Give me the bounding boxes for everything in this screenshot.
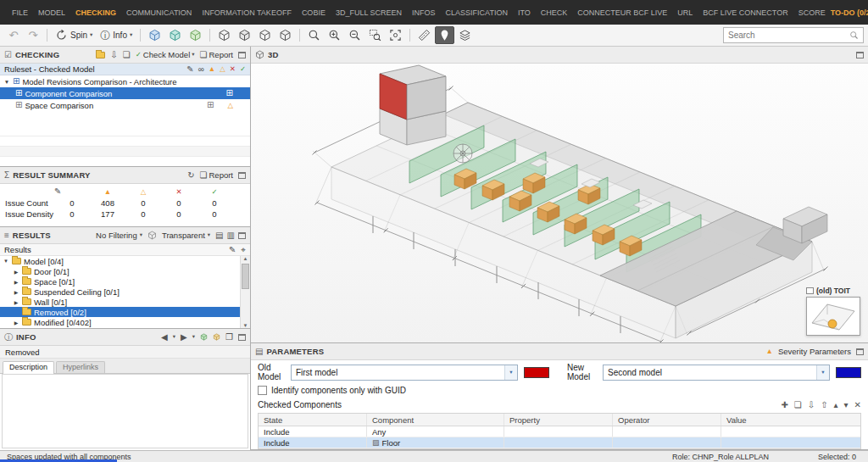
edit-pencil-icon[interactable]: ✎	[186, 65, 193, 74]
import-icon[interactable]: ⇩	[808, 400, 815, 409]
menu-check[interactable]: CHECK	[536, 8, 573, 17]
hide-component-button[interactable]	[235, 26, 254, 44]
menu-3d-full-screen[interactable]: 3D_FULL SCREEN	[331, 8, 407, 17]
saved-view-thumbnail[interactable]	[806, 297, 860, 336]
new-model-color-swatch[interactable]	[836, 367, 861, 378]
float-panel-icon[interactable]	[238, 334, 246, 341]
results-filter-dropdown[interactable]: No Filtering▾	[94, 231, 144, 240]
float-panel-icon[interactable]	[238, 232, 246, 239]
list-view-icon[interactable]: ▤	[215, 231, 223, 240]
view-3d-canvas[interactable]: (old) TOIT	[251, 64, 868, 342]
menu-file[interactable]: FILE	[7, 8, 33, 17]
zoom-out-button[interactable]	[345, 26, 364, 44]
color-by-system-button[interactable]	[186, 26, 205, 44]
results-transparency-dropdown[interactable]: Transparent▾	[160, 231, 212, 240]
float-panel-icon[interactable]	[856, 52, 864, 58]
component-row-any[interactable]: Include Any	[259, 426, 860, 437]
scroll-down-icon[interactable]: ▼	[241, 323, 250, 328]
menu-bcf-live-connector[interactable]: BCF LIVE CONNECTOR	[698, 8, 793, 17]
rule-row-component-comparison[interactable]: ⊞ Component Comparison ⊞	[0, 87, 250, 99]
menu-todo[interactable]: TO-DO (0/2)	[831, 8, 868, 17]
results-row-door[interactable]: ▶ Door [0/1]	[0, 266, 240, 276]
expand-icon[interactable]: ▶	[13, 289, 19, 295]
check-model-button[interactable]: ✓Check Model▾	[136, 51, 195, 59]
color-by-component-button[interactable]	[145, 26, 164, 44]
expand-icon[interactable]: ▶	[13, 299, 19, 305]
rule-group-row[interactable]: ▼ ⊞ Model Revisions Comparison - Archite…	[0, 75, 250, 87]
menu-connecteur-bcf-live[interactable]: CONNECTEUR BCF LIVE	[572, 8, 672, 17]
dropdown-caret-icon[interactable]: ▾	[192, 334, 195, 340]
results-row-wall[interactable]: ▶ Wall [0/1]	[0, 297, 240, 307]
open-ruleset-icon[interactable]	[96, 52, 105, 58]
menu-communication[interactable]: COMMUNICATION	[121, 8, 197, 17]
prev-item-button[interactable]: ◀	[161, 333, 168, 342]
camera-view-icon[interactable]: ⌖	[241, 246, 246, 254]
menu-cobie[interactable]: COBIE	[297, 8, 331, 17]
section-box-button[interactable]	[255, 26, 275, 44]
export-icon[interactable]: ⇩	[110, 51, 117, 59]
menu-infos[interactable]: INFOS	[407, 8, 441, 17]
menu-score[interactable]: SCORE	[793, 8, 831, 17]
expand-icon[interactable]: ▼	[3, 79, 10, 85]
green-cube-icon[interactable]	[200, 333, 208, 341]
view-all-button[interactable]	[214, 26, 234, 44]
scroll-up-icon[interactable]: ▲	[241, 256, 250, 261]
info-tool-button[interactable]: ⓘInfo▾	[97, 26, 136, 44]
duplicate-row-icon[interactable]: ❏	[794, 400, 802, 409]
new-model-select[interactable]: Second model ▾	[603, 365, 830, 381]
float-panel-icon[interactable]	[238, 172, 246, 179]
measure-button[interactable]	[415, 26, 434, 44]
summary-report-button[interactable]: ❏Report	[200, 171, 233, 180]
refresh-icon[interactable]: ↻	[187, 171, 194, 180]
menu-url[interactable]: URL	[672, 8, 698, 17]
delete-row-icon[interactable]: ✕	[854, 400, 861, 409]
dropdown-caret-icon[interactable]: ▾	[173, 334, 175, 340]
copy-icon[interactable]: ❐	[225, 333, 233, 342]
move-down-icon[interactable]: ▾	[844, 400, 849, 409]
zoom-fit-button[interactable]	[386, 26, 405, 44]
menu-classification[interactable]: CLASSIFICATION	[441, 8, 513, 17]
info-description-content[interactable]	[2, 374, 248, 448]
old-model-color-swatch[interactable]	[524, 367, 549, 378]
saved-view-inset[interactable]: (old) TOIT	[806, 287, 860, 336]
results-scrollbar[interactable]: ▲ ▼	[240, 256, 250, 328]
add-row-icon[interactable]: ✚	[781, 400, 787, 409]
expand-icon[interactable]: ▶	[13, 279, 19, 285]
markup-pin-button[interactable]	[435, 26, 454, 44]
link-icon[interactable]: ∞	[198, 65, 204, 74]
spin-button[interactable]: Spin▾	[52, 26, 96, 44]
edit-pencil-icon[interactable]: ✎	[229, 246, 236, 254]
tab-description[interactable]: Description	[3, 361, 54, 374]
redo-button[interactable]: ↷	[24, 26, 42, 44]
float-panel-icon[interactable]	[856, 348, 864, 355]
orange-cube-icon[interactable]	[213, 333, 220, 341]
next-item-button[interactable]: ▶	[181, 333, 187, 342]
search-input[interactable]	[728, 31, 846, 40]
detail-view-icon[interactable]: ▥	[227, 231, 235, 240]
zoom-in-button[interactable]	[325, 26, 344, 44]
layers-button[interactable]	[455, 26, 475, 44]
undo-button[interactable]: ↶	[4, 26, 23, 44]
expand-icon[interactable]: ▶	[13, 320, 19, 326]
results-row-model[interactable]: ▼ Model [0/4]	[0, 256, 240, 266]
print-icon[interactable]: ❏	[123, 51, 131, 59]
tab-hyperlinks[interactable]: Hyperlinks	[56, 361, 105, 373]
scrollbar-thumb[interactable]	[242, 264, 249, 289]
expand-icon[interactable]: ▶	[13, 269, 19, 275]
section-plane-button[interactable]	[275, 26, 295, 44]
menu-ito[interactable]: ITO	[513, 8, 536, 17]
menu-model[interactable]: MODEL	[33, 8, 70, 17]
results-row-modified[interactable]: ▶ Modified [0/402]	[0, 317, 240, 327]
results-row-removed[interactable]: Removed [0/2]	[0, 307, 240, 317]
float-panel-icon[interactable]	[238, 52, 246, 58]
results-row-suspended-ceiling[interactable]: ▶ Suspended Ceiling [0/1]	[0, 287, 240, 297]
menu-checking[interactable]: CHECKING	[70, 8, 121, 17]
table-result-icon[interactable]: ⊞	[207, 101, 214, 109]
expand-icon[interactable]: ▼	[3, 259, 9, 264]
checking-report-button[interactable]: ❏Report	[200, 51, 233, 59]
menu-information-takeoff[interactable]: INFORMATION TAKEOFF	[197, 8, 297, 17]
zoom-area-button[interactable]	[365, 26, 385, 44]
move-up-icon[interactable]: ▴	[834, 400, 838, 409]
component-row-floor[interactable]: Include ▨Floor	[259, 437, 860, 448]
severity-parameters-button[interactable]: Severity Parameters	[778, 347, 851, 356]
